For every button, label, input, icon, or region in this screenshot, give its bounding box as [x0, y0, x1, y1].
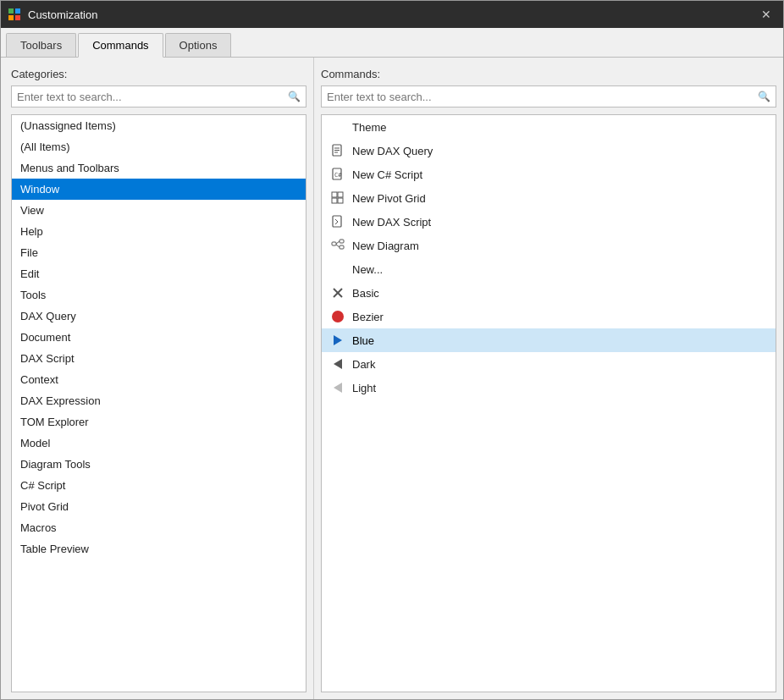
list-item[interactable]: File — [12, 242, 306, 263]
title-bar: Customization ✕ — [1, 1, 783, 28]
svg-rect-12 — [332, 198, 337, 203]
cmd-label: Light — [352, 382, 376, 394]
list-item[interactable]: Menus and Toolbars — [12, 157, 306, 179]
customization-dialog: Customization ✕ Toolbars Commands Option… — [0, 0, 784, 700]
new-dax-query-icon — [330, 143, 345, 158]
svg-rect-16 — [340, 240, 344, 243]
list-item[interactable]: DAX Expression — [12, 390, 306, 411]
left-panel: Categories: 🔍 (Unassigned Items) (All It… — [1, 58, 314, 699]
cmd-item-new[interactable]: New... — [322, 257, 776, 281]
list-item[interactable]: Help — [12, 221, 306, 242]
categories-search-icon: 🔍 — [283, 91, 306, 102]
svg-marker-24 — [334, 359, 342, 369]
cmd-label: New C# Script — [352, 168, 422, 181]
dark-icon — [330, 356, 345, 372]
close-button[interactable]: ✕ — [756, 4, 776, 25]
svg-point-22 — [332, 311, 344, 322]
categories-label: Categories: — [11, 68, 306, 80]
svg-line-18 — [336, 241, 340, 244]
new-pivot-grid-icon — [330, 190, 345, 206]
list-item[interactable]: Context — [12, 369, 306, 390]
cmd-label: Blue — [352, 334, 374, 347]
svg-marker-23 — [334, 335, 342, 345]
cmd-label: Dark — [352, 358, 375, 371]
app-icon — [8, 8, 21, 21]
list-item[interactable]: Document — [12, 327, 306, 348]
blue-icon — [330, 333, 345, 348]
tab-commands[interactable]: Commands — [78, 33, 163, 58]
list-item[interactable]: Macros — [12, 517, 306, 538]
new-icon — [330, 262, 345, 277]
list-item[interactable]: Table Preview — [12, 538, 306, 559]
svg-text:C#: C# — [334, 172, 342, 179]
cmd-item-bezier[interactable]: Bezier — [322, 305, 776, 328]
list-item[interactable]: C# Script — [12, 475, 306, 496]
commands-search-input[interactable] — [322, 91, 753, 103]
list-item[interactable]: TOM Explorer — [12, 411, 306, 433]
commands-list: Theme New DAX Query — [321, 114, 776, 692]
svg-rect-3 — [15, 15, 20, 20]
dialog-title: Customization — [28, 8, 97, 21]
svg-rect-13 — [338, 198, 343, 203]
cmd-item-new-dax-query[interactable]: New DAX Query — [322, 139, 776, 163]
cmd-label: New Pivot Grid — [352, 192, 426, 205]
title-bar-left: Customization — [8, 8, 97, 21]
svg-rect-0 — [8, 8, 14, 14]
list-item-window[interactable]: Window — [12, 179, 306, 200]
cmd-label: Basic — [352, 287, 379, 300]
tabs-bar: Toolbars Commands Options — [1, 28, 783, 58]
cmd-item-basic[interactable]: Basic — [322, 281, 776, 305]
cmd-label: New Diagram — [352, 240, 419, 252]
list-item[interactable]: DAX Query — [12, 306, 306, 327]
cmd-item-light[interactable]: Light — [322, 376, 776, 400]
list-item[interactable]: (All Items) — [12, 136, 306, 157]
list-item[interactable]: Tools — [12, 284, 306, 306]
cmd-item-new-pivot-grid[interactable]: New Pivot Grid — [322, 186, 776, 210]
right-panel: Commands: 🔍 Theme — [314, 58, 783, 699]
cmd-item-new-diagram[interactable]: New Diagram — [322, 234, 776, 257]
content-area: Categories: 🔍 (Unassigned Items) (All It… — [1, 58, 783, 699]
commands-search-icon: 🔍 — [753, 91, 776, 102]
svg-line-19 — [336, 245, 340, 247]
cmd-label: Theme — [352, 121, 386, 134]
cmd-item-dark[interactable]: Dark — [322, 352, 776, 376]
categories-search-box[interactable]: 🔍 — [11, 85, 306, 107]
list-item[interactable]: DAX Script — [12, 348, 306, 369]
svg-marker-25 — [334, 383, 342, 393]
list-item[interactable]: Model — [12, 433, 306, 454]
commands-label: Commands: — [321, 68, 776, 80]
svg-rect-1 — [15, 8, 20, 14]
cmd-item-new-dax-script[interactable]: New DAX Script — [322, 210, 776, 234]
cmd-item-theme[interactable]: Theme — [322, 115, 776, 139]
cmd-label: New DAX Query — [352, 145, 433, 157]
tab-toolbars[interactable]: Toolbars — [6, 33, 76, 57]
cmd-label: New... — [352, 263, 383, 276]
bezier-icon — [330, 309, 345, 324]
categories-list: (Unassigned Items) (All Items) Menus and… — [11, 114, 306, 692]
basic-icon — [330, 285, 345, 300]
svg-rect-10 — [332, 192, 337, 197]
svg-rect-17 — [340, 245, 344, 249]
cmd-label: New DAX Script — [352, 216, 431, 229]
new-csharp-icon: C# — [330, 167, 345, 182]
theme-icon — [330, 119, 345, 135]
svg-rect-11 — [338, 192, 343, 197]
cmd-label: Bezier — [352, 311, 384, 323]
list-item[interactable]: Diagram Tools — [12, 454, 306, 475]
tab-options[interactable]: Options — [165, 33, 232, 57]
list-item[interactable]: Edit — [12, 263, 306, 284]
cmd-item-new-csharp[interactable]: C# New C# Script — [322, 163, 776, 186]
list-item[interactable]: View — [12, 200, 306, 221]
list-item[interactable]: Pivot Grid — [12, 496, 306, 517]
new-dax-script-icon — [330, 214, 345, 229]
list-item[interactable]: (Unassigned Items) — [12, 115, 306, 136]
commands-search-box[interactable]: 🔍 — [321, 85, 776, 107]
svg-rect-15 — [332, 242, 336, 245]
cmd-item-blue[interactable]: Blue — [322, 328, 776, 352]
svg-rect-2 — [8, 15, 14, 20]
light-icon — [330, 380, 345, 395]
new-diagram-icon — [330, 238, 345, 253]
categories-search-input[interactable] — [12, 91, 283, 103]
